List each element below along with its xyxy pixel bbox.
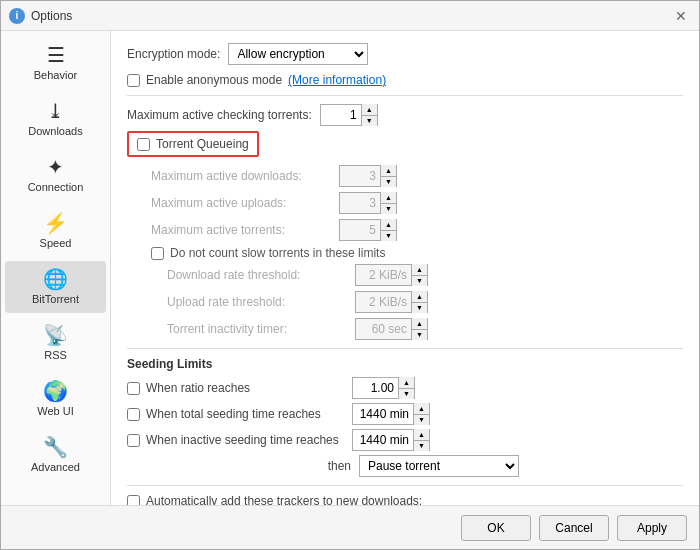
behavior-icon: ☰	[47, 45, 65, 65]
max-uploads-down[interactable]: ▼	[380, 204, 396, 215]
max-uploads-row: Maximum active uploads: ▲ ▼	[127, 192, 683, 214]
max-active-spinner-btns: ▲ ▼	[361, 104, 377, 126]
upload-rate-spinner[interactable]: ▲ ▼	[355, 291, 428, 313]
ratio-input[interactable]	[353, 378, 398, 398]
sidebar-label-downloads: Downloads	[28, 125, 82, 137]
max-torrents-spinner[interactable]: ▲ ▼	[339, 219, 397, 241]
sidebar-item-webui[interactable]: 🌍 Web UI	[5, 373, 106, 425]
max-uploads-input[interactable]	[340, 193, 380, 213]
seeding-time-input[interactable]	[353, 404, 413, 424]
do-not-count-label: Do not count slow torrents in these limi…	[170, 246, 385, 260]
seeding-time-label: When total seeding time reaches	[146, 407, 346, 421]
download-rate-input[interactable]	[356, 265, 411, 285]
sidebar-item-connection[interactable]: ✦ Connection	[5, 149, 106, 201]
sidebar-label-bittorrent: BitTorrent	[32, 293, 79, 305]
max-uploads-spinner[interactable]: ▲ ▼	[339, 192, 397, 214]
max-active-input[interactable]	[321, 105, 361, 125]
advanced-icon: 🔧	[43, 437, 68, 457]
rss-icon: 📡	[43, 325, 68, 345]
inactive-time-down[interactable]: ▼	[413, 441, 429, 452]
apply-button[interactable]: Apply	[617, 515, 687, 541]
upload-rate-down[interactable]: ▼	[411, 303, 427, 314]
download-rate-down[interactable]: ▼	[411, 276, 427, 287]
ratio-spinner[interactable]: ▲ ▼	[352, 377, 415, 399]
seeding-time-up[interactable]: ▲	[413, 403, 429, 415]
sidebar: ☰ Behavior ⤓ Downloads ✦ Connection ⚡ Sp…	[1, 31, 111, 505]
ratio-checkbox[interactable]	[127, 382, 140, 395]
inactive-time-checkbox[interactable]	[127, 434, 140, 447]
max-downloads-down[interactable]: ▼	[380, 177, 396, 188]
auto-add-trackers-checkbox[interactable]	[127, 495, 140, 506]
auto-add-trackers-row: Automatically add these trackers to new …	[127, 494, 683, 505]
bittorrent-icon: 🌐	[43, 269, 68, 289]
anon-mode-label: Enable anonymous mode	[146, 73, 282, 87]
max-downloads-label: Maximum active downloads:	[151, 169, 331, 183]
seeding-time-row: When total seeding time reaches ▲ ▼	[127, 403, 683, 425]
upload-rate-row: Upload rate threshold: ▲ ▼	[127, 291, 683, 313]
torrent-queueing-label: Torrent Queueing	[156, 137, 249, 151]
encryption-dropdown[interactable]: Allow encryption	[228, 43, 368, 65]
divider-2	[127, 348, 683, 349]
ratio-up[interactable]: ▲	[398, 377, 414, 389]
sidebar-item-advanced[interactable]: 🔧 Advanced	[5, 429, 106, 481]
sidebar-label-advanced: Advanced	[31, 461, 80, 473]
inactive-time-spinner[interactable]: ▲ ▼	[352, 429, 430, 451]
sidebar-label-behavior: Behavior	[34, 69, 77, 81]
max-active-spinner[interactable]: ▲ ▼	[320, 104, 378, 126]
auto-add-trackers-label: Automatically add these trackers to new …	[146, 494, 422, 505]
inactivity-timer-spinner[interactable]: ▲ ▼	[355, 318, 428, 340]
ok-button[interactable]: OK	[461, 515, 531, 541]
sidebar-label-webui: Web UI	[37, 405, 73, 417]
divider-1	[127, 95, 683, 96]
seeding-time-spinner[interactable]: ▲ ▼	[352, 403, 430, 425]
close-button[interactable]: ✕	[671, 6, 691, 26]
inactive-time-up[interactable]: ▲	[413, 429, 429, 441]
download-rate-spinner[interactable]: ▲ ▼	[355, 264, 428, 286]
bottom-bar: OK Cancel Apply	[1, 505, 699, 549]
max-torrents-input[interactable]	[340, 220, 380, 240]
max-downloads-input[interactable]	[340, 166, 380, 186]
then-action-dropdown[interactable]: Pause torrent	[359, 455, 519, 477]
max-downloads-up[interactable]: ▲	[380, 165, 396, 177]
inactivity-timer-up[interactable]: ▲	[411, 318, 427, 330]
sidebar-item-rss[interactable]: 📡 RSS	[5, 317, 106, 369]
seeding-time-down[interactable]: ▼	[413, 415, 429, 426]
upload-rate-input[interactable]	[356, 292, 411, 312]
inactivity-timer-input[interactable]	[356, 319, 411, 339]
then-row: then Pause torrent	[151, 455, 683, 477]
sidebar-item-bittorrent[interactable]: 🌐 BitTorrent	[5, 261, 106, 313]
ratio-down[interactable]: ▼	[398, 389, 414, 400]
max-torrents-up[interactable]: ▲	[380, 219, 396, 231]
max-torrents-down[interactable]: ▼	[380, 231, 396, 242]
upload-rate-up[interactable]: ▲	[411, 291, 427, 303]
download-rate-up[interactable]: ▲	[411, 264, 427, 276]
max-active-up[interactable]: ▲	[361, 104, 377, 116]
sidebar-item-speed[interactable]: ⚡ Speed	[5, 205, 106, 257]
seeding-time-checkbox[interactable]	[127, 408, 140, 421]
max-active-down[interactable]: ▼	[361, 116, 377, 127]
webui-icon: 🌍	[43, 381, 68, 401]
sidebar-item-downloads[interactable]: ⤓ Downloads	[5, 93, 106, 145]
do-not-count-checkbox[interactable]	[151, 247, 164, 260]
inactive-time-label: When inactive seeding time reaches	[146, 433, 346, 447]
sidebar-label-rss: RSS	[44, 349, 67, 361]
max-uploads-label: Maximum active uploads:	[151, 196, 331, 210]
inactive-time-input[interactable]	[353, 430, 413, 450]
cancel-button[interactable]: Cancel	[539, 515, 609, 541]
max-downloads-spinner[interactable]: ▲ ▼	[339, 165, 397, 187]
inactive-time-row: When inactive seeding time reaches ▲ ▼	[127, 429, 683, 451]
download-rate-row: Download rate threshold: ▲ ▼	[127, 264, 683, 286]
anon-mode-checkbox[interactable]	[127, 74, 140, 87]
do-not-count-row: Do not count slow torrents in these limi…	[127, 246, 683, 260]
inactivity-timer-down[interactable]: ▼	[411, 330, 427, 341]
max-uploads-up[interactable]: ▲	[380, 192, 396, 204]
more-info-link[interactable]: (More information)	[288, 73, 386, 87]
divider-3	[127, 485, 683, 486]
sidebar-label-speed: Speed	[40, 237, 72, 249]
inactivity-timer-label: Torrent inactivity timer:	[167, 322, 347, 336]
torrent-queueing-checkbox[interactable]	[137, 138, 150, 151]
sidebar-item-behavior[interactable]: ☰ Behavior	[5, 37, 106, 89]
torrent-queueing-box[interactable]: Torrent Queueing	[127, 131, 259, 157]
encryption-row: Encryption mode: Allow encryption	[127, 43, 683, 65]
ratio-label: When ratio reaches	[146, 381, 346, 395]
